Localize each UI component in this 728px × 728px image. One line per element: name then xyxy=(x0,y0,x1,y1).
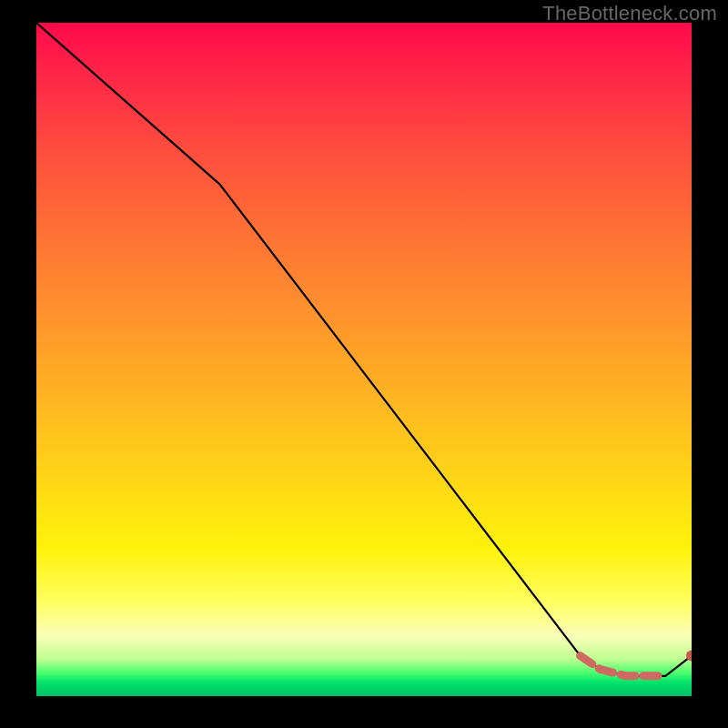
chart-frame: TheBottleneck.com xyxy=(0,0,728,728)
plot-area xyxy=(36,23,692,696)
chart-overlay-svg xyxy=(36,23,692,696)
bottleneck-curve-path xyxy=(36,23,692,676)
watermark-text: TheBottleneck.com xyxy=(542,2,717,25)
optimal-region-path xyxy=(581,656,666,676)
